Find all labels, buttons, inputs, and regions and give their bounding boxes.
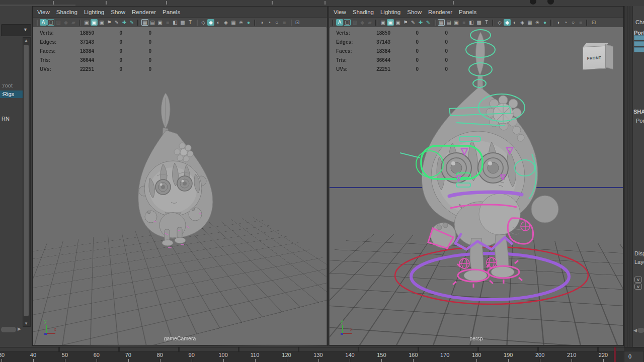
field-chart-icon[interactable]: ◧ (468, 19, 475, 26)
outliner-vertical-scrollbar[interactable]: ▲ ▼ (23, 37, 31, 327)
grease-pencil-icon[interactable]: ✎ (113, 19, 120, 26)
panel-divider[interactable] (624, 6, 632, 347)
channel-value-field[interactable] (634, 41, 644, 46)
isolate-select-icon[interactable]: ⊡ (590, 19, 597, 26)
pencil-annotate-icon[interactable]: ✎ (425, 19, 432, 26)
ambient-occlusion-icon[interactable]: ◔ (562, 19, 569, 26)
lights-display-icon[interactable]: ☀ (534, 19, 541, 26)
muted-shape-icon[interactable]: ◆ (62, 19, 69, 26)
image-plane-icon[interactable]: ▩ (475, 19, 482, 26)
scrollbar-thumb[interactable] (24, 45, 29, 316)
menu-panels[interactable]: Panels (459, 9, 476, 15)
motion-blur-icon[interactable]: ○ (273, 19, 280, 26)
layer-visibility-toggle[interactable]: V (634, 277, 642, 283)
camera-lock-icon[interactable]: ▣ (387, 19, 394, 26)
muted-plane-icon[interactable]: ▰ (366, 19, 373, 26)
channel-value-field[interactable] (634, 47, 644, 52)
gate-mask-icon[interactable]: ■ (164, 19, 171, 26)
camera-select-icon[interactable]: ▣ (379, 19, 386, 26)
gate-mask-icon[interactable]: ■ (460, 19, 467, 26)
outliner-item[interactable]: :root (0, 82, 23, 89)
camera-attributes-icon[interactable]: ▣ (98, 19, 105, 26)
camera-select-icon[interactable]: ▣ (83, 19, 90, 26)
menu-lighting[interactable]: Lighting (380, 9, 400, 15)
hud-text-icon[interactable]: T (187, 19, 194, 26)
pivot-tool-icon[interactable]: ✚ (417, 19, 424, 26)
scroll-left-icon[interactable]: ◀ (633, 328, 637, 333)
viewport-canvas[interactable]: Verts:1885000Edges:3714300Faces:1838400T… (33, 27, 327, 345)
textured-display-icon[interactable]: ◈ (519, 19, 526, 26)
view-cube-front-face[interactable]: FRONT (583, 46, 606, 70)
menu-show[interactable]: Show (111, 9, 125, 15)
xray-display-icon[interactable]: ● (541, 19, 548, 26)
menu-panels[interactable]: Panels (163, 9, 180, 15)
field-chart-icon[interactable]: ◧ (172, 19, 179, 26)
layer-editor-label[interactable]: Laye (634, 259, 644, 265)
grid-toggle-icon[interactable]: ▦ (438, 19, 445, 26)
wireframe-display-icon[interactable]: ◇ (496, 19, 503, 26)
outliner-horizontal-scrollbar[interactable] (1, 327, 16, 332)
outliner-item[interactable]: RN (0, 115, 23, 123)
channel-value-field[interactable] (634, 35, 644, 40)
menu-shading[interactable]: Shading (353, 9, 374, 15)
isolate-select-icon[interactable]: ⊡ (294, 19, 301, 26)
wireframe-display-icon[interactable]: ◇ (200, 19, 207, 26)
wireframe-on-shaded-icon[interactable]: ▦ (230, 19, 237, 26)
menu-lighting[interactable]: Lighting (84, 9, 104, 15)
scroll-down-icon[interactable]: ▼ (24, 321, 28, 326)
camera-lock-icon[interactable]: ▣ (91, 19, 98, 26)
layer-visibility-toggle[interactable]: V (634, 284, 642, 290)
shadows-display-icon[interactable]: ◑ (554, 19, 561, 26)
film-gate-icon[interactable]: ▤ (445, 19, 452, 26)
rigged-character[interactable] (330, 27, 623, 345)
anti-alias-icon[interactable]: ■ (577, 19, 584, 26)
muted-plane-icon[interactable]: ▰ (70, 19, 77, 26)
camera-attributes-icon[interactable]: ▣ (394, 19, 401, 26)
character-model[interactable] (33, 27, 327, 345)
menu-renderer[interactable]: Renderer (428, 9, 452, 15)
wireframe-on-shaded-icon[interactable]: ▦ (526, 19, 533, 26)
outliner-item[interactable]: :Rigs (0, 90, 23, 98)
motion-blur-icon[interactable]: ○ (570, 19, 577, 26)
muted-mask-icon[interactable]: ▨ (351, 19, 358, 26)
highlight-selection-icon[interactable]: A (336, 19, 343, 26)
bookmark-icon[interactable]: ⚑ (106, 19, 113, 26)
menu-shading[interactable]: Shading (56, 9, 77, 15)
shaded-display-icon[interactable]: ◆ (504, 19, 511, 26)
resolution-gate-icon[interactable]: ▣ (156, 19, 164, 26)
viewport-canvas[interactable]: Verts:1885000Edges:3714300Faces:1838400T… (330, 27, 623, 345)
scroll-up-icon[interactable]: ▲ (24, 38, 28, 43)
shaded-wireframe-icon[interactable]: ◐ (215, 19, 222, 26)
view-cube-side-face[interactable]: RIGHT (605, 44, 613, 69)
image-plane-icon[interactable]: ▩ (179, 19, 186, 26)
selected-object-outline-icon[interactable]: ▢ (47, 19, 54, 26)
menu-view[interactable]: View (334, 9, 346, 15)
body-control-circle[interactable] (411, 253, 569, 300)
pencil-annotate-icon[interactable]: ✎ (128, 19, 135, 26)
grease-pencil-icon[interactable]: ✎ (410, 19, 417, 26)
channel-horizontal-scrollbar[interactable] (637, 328, 644, 333)
current-frame-playhead[interactable] (614, 347, 616, 362)
current-frame-field[interactable]: 0 (624, 351, 644, 362)
time-slider[interactable]: 3040506070809010011012013014015016017018… (0, 347, 644, 362)
film-gate-icon[interactable]: ▤ (149, 19, 156, 26)
scroll-right-icon[interactable]: ▶ (18, 326, 21, 331)
pivot-tool-icon[interactable]: ✚ (121, 19, 128, 26)
muted-mask-icon[interactable]: ▨ (55, 19, 62, 26)
highlight-selection-icon[interactable]: A (40, 19, 47, 26)
shaded-display-icon[interactable]: ◆ (207, 19, 214, 26)
ambient-occlusion-icon[interactable]: ◔ (266, 19, 273, 26)
textured-display-icon[interactable]: ◈ (222, 19, 229, 26)
shadows-display-icon[interactable]: ◑ (258, 19, 265, 26)
menu-renderer[interactable]: Renderer (132, 9, 156, 15)
grid-toggle-icon[interactable]: ▦ (141, 19, 148, 26)
menu-show[interactable]: Show (407, 9, 422, 15)
anti-alias-icon[interactable]: ■ (281, 19, 288, 26)
menu-view[interactable]: View (37, 9, 50, 15)
bookmark-icon[interactable]: ⚑ (402, 19, 409, 26)
muted-shape-icon[interactable]: ◆ (359, 19, 366, 26)
selected-object-outline-icon[interactable]: ▢ (344, 19, 351, 26)
shaded-wireframe-icon[interactable]: ◐ (511, 19, 518, 26)
xray-display-icon[interactable]: ● (245, 19, 252, 26)
display-tab-label[interactable]: Disp (634, 250, 644, 256)
